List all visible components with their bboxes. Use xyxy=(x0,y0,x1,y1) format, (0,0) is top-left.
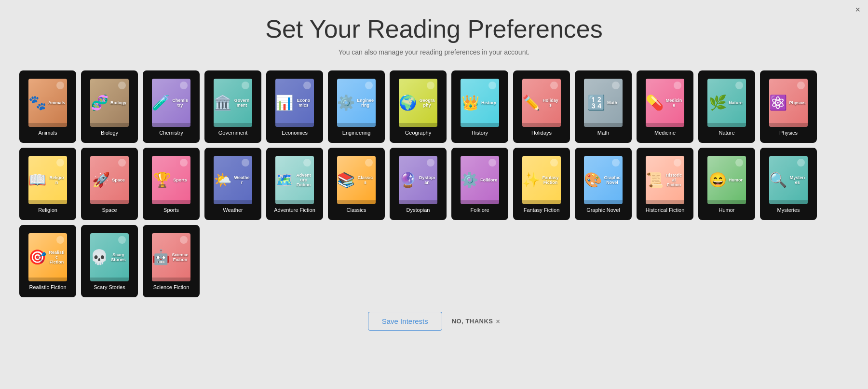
book-title-inner-biology: Biology xyxy=(108,100,128,105)
book-icon-government: 🏛️ xyxy=(214,96,231,110)
category-card-dystopian[interactable]: 🔮DystopianDystopian xyxy=(390,148,447,220)
page-wrapper: Set Your Reading Preferences You can als… xyxy=(0,0,868,345)
category-card-engineering[interactable]: ⚙️EngineeringEngineering xyxy=(328,70,385,143)
book-cover-history: 👑History xyxy=(461,79,499,127)
book-title-inner-classics: Classics xyxy=(355,175,376,185)
book-cover-physics: ⚛️Physics xyxy=(769,79,808,127)
book-label-economics: Economics xyxy=(282,130,308,136)
category-card-math[interactable]: 🔢MathMath xyxy=(575,70,632,143)
category-card-adventure[interactable]: 🗺️Adventure FictionAdventure Fiction xyxy=(266,148,323,220)
category-card-economics[interactable]: 📊EconomicsEconomics xyxy=(266,70,323,143)
book-title-inner-weather: Weather xyxy=(231,175,252,185)
book-title-inner-scifi: Science Fiction xyxy=(170,252,190,262)
page-title: Set Your Reading Preferences xyxy=(10,14,858,43)
book-cover-graphic: 🎨Graphic Novel xyxy=(584,156,623,204)
book-title-inner-sports: Sports xyxy=(171,178,189,182)
book-title-inner-economics: Economics xyxy=(293,98,314,108)
category-card-physics[interactable]: ⚛️PhysicsPhysics xyxy=(760,70,817,143)
category-card-fantasy[interactable]: ✨Fantasy FictionFantasy Fiction xyxy=(513,148,570,220)
book-label-biology: Biology xyxy=(101,130,118,136)
category-card-biology[interactable]: 🧬BiologyBiology xyxy=(81,70,138,143)
book-label-scifi: Science Fiction xyxy=(153,284,190,291)
book-title-inner-religion: Religion xyxy=(46,175,67,185)
book-icon-historical: 📜 xyxy=(646,173,664,187)
category-card-nature[interactable]: 🌿NatureNature xyxy=(698,70,755,143)
book-label-classics: Classics xyxy=(347,207,366,213)
book-label-math: Math xyxy=(597,130,609,136)
book-icon-biology: 🧬 xyxy=(91,96,108,110)
category-card-weather[interactable]: 🌤️WeatherWeather xyxy=(204,148,261,220)
book-title-inner-history: History xyxy=(479,100,498,105)
category-card-sports[interactable]: 🏆SportsSports xyxy=(143,148,200,220)
book-icon-fantasy: ✨ xyxy=(522,173,540,187)
book-label-sports: Sports xyxy=(163,207,179,213)
no-thanks-button[interactable]: NO, THANKS × xyxy=(452,318,501,325)
category-card-space[interactable]: 🚀SpaceSpace xyxy=(81,148,138,220)
category-card-animals[interactable]: 🐾AnimalsAnimals xyxy=(19,70,76,143)
book-cover-realistic: 🎯Realistic Fiction xyxy=(28,233,67,281)
book-cover-engineering: ⚙️Engineering xyxy=(337,79,376,127)
book-label-historical: Historical Fiction xyxy=(646,207,685,213)
category-card-scifi[interactable]: 🤖Science FictionScience Fiction xyxy=(143,225,200,297)
book-label-animals: Animals xyxy=(38,130,57,136)
book-cover-humor: 😄Humor xyxy=(707,156,746,204)
book-icon-sports: 🏆 xyxy=(153,173,171,187)
book-title-inner-humor: Humor xyxy=(727,178,745,182)
book-title-inner-holidays: Holidays xyxy=(540,98,561,108)
save-interests-button[interactable]: Save Interests xyxy=(368,312,442,331)
book-title-inner-adventure: Adventure Fiction xyxy=(293,173,314,187)
book-icon-nature: 🌿 xyxy=(709,96,727,110)
book-cover-nature: 🌿Nature xyxy=(707,79,746,127)
category-card-history[interactable]: 👑HistoryHistory xyxy=(451,70,508,143)
book-title-inner-historical: Historical Fiction xyxy=(664,173,684,187)
category-card-classics[interactable]: 📚ClassicsClassics xyxy=(328,148,385,220)
book-title-inner-realistic: Realistic Fiction xyxy=(46,250,67,264)
book-cover-government: 🏛️Government xyxy=(214,79,252,127)
book-cover-sports: 🏆Sports xyxy=(152,156,190,204)
book-label-religion: Religion xyxy=(38,207,57,213)
category-card-religion[interactable]: 📖ReligionReligion xyxy=(19,148,76,220)
category-card-holidays[interactable]: ✏️HolidaysHolidays xyxy=(513,70,570,143)
category-card-graphic[interactable]: 🎨Graphic NovelGraphic Novel xyxy=(575,148,632,220)
book-title-inner-government: Government xyxy=(231,98,252,108)
book-icon-dystopian: 🔮 xyxy=(399,173,417,187)
category-card-humor[interactable]: 😄HumorHumor xyxy=(698,148,755,220)
book-cover-historical: 📜Historical Fiction xyxy=(646,156,684,204)
book-title-inner-physics: Physics xyxy=(787,100,807,105)
category-card-chemistry[interactable]: 🧪ChemistryChemistry xyxy=(143,70,200,143)
category-card-scary[interactable]: 💀Scary StoriesScary Stories xyxy=(81,225,138,297)
book-label-physics: Physics xyxy=(779,130,798,136)
category-card-government[interactable]: 🏛️GovernmentGovernment xyxy=(204,70,261,143)
book-label-weather: Weather xyxy=(223,207,243,213)
book-label-humor: Humor xyxy=(719,207,734,213)
book-cover-classics: 📚Classics xyxy=(337,156,376,204)
category-card-medicine[interactable]: 💊MedicineMedicine xyxy=(637,70,693,143)
category-card-realistic[interactable]: 🎯Realistic FictionRealistic Fiction xyxy=(19,225,76,297)
book-title-inner-space: Space xyxy=(110,178,127,182)
categories-grid: 🐾AnimalsAnimals🧬BiologyBiology🧪Chemistry… xyxy=(10,70,858,297)
book-icon-humor: 😄 xyxy=(709,173,727,187)
book-icon-animals: 🐾 xyxy=(28,96,46,110)
book-icon-graphic: 🎨 xyxy=(584,173,602,187)
book-icon-scary: 💀 xyxy=(90,250,108,264)
book-icon-adventure: 🗺️ xyxy=(275,173,293,187)
book-icon-economics: 📊 xyxy=(275,96,293,110)
book-title-inner-graphic: Graphic Novel xyxy=(602,175,623,185)
book-title-inner-fantasy: Fantasy Fiction xyxy=(540,175,561,185)
book-title-inner-animals: Animals xyxy=(46,100,67,105)
book-cover-adventure: 🗺️Adventure Fiction xyxy=(275,156,314,204)
category-card-mysteries[interactable]: 🔍MysteriesMysteries xyxy=(760,148,817,220)
category-card-historical[interactable]: 📜Historical FictionHistorical Fiction xyxy=(637,148,693,220)
book-icon-medicine: 💊 xyxy=(646,96,664,110)
book-label-realistic: Realistic Fiction xyxy=(29,284,66,291)
book-icon-weather: 🌤️ xyxy=(214,173,231,187)
book-cover-scifi: 🤖Science Fiction xyxy=(152,233,190,281)
close-button[interactable]: × xyxy=(855,5,860,15)
book-label-adventure: Adventure Fiction xyxy=(274,207,315,213)
book-label-dystopian: Dystopian xyxy=(407,207,430,213)
category-card-folklore[interactable]: ⚙️FolkloreFolklore xyxy=(451,148,508,220)
book-icon-realistic: 🎯 xyxy=(28,250,46,264)
category-card-geography[interactable]: 🌍GeographyGeography xyxy=(390,70,447,143)
book-label-mysteries: Mysteries xyxy=(777,207,800,213)
book-cover-holidays: ✏️Holidays xyxy=(522,79,561,127)
